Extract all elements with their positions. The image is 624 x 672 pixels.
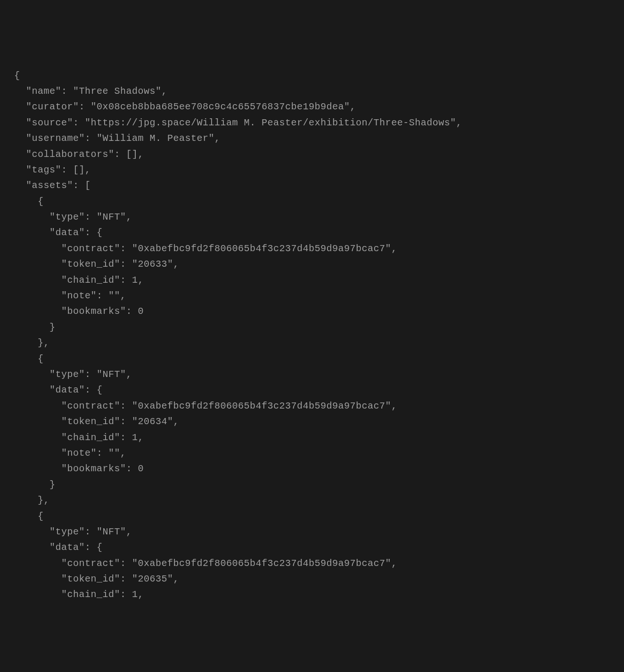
json-code-display: { "name": "Three Shadows", "curator": "0… <box>14 68 610 603</box>
json-text: { "name": "Three Shadows", "curator": "0… <box>14 70 462 600</box>
